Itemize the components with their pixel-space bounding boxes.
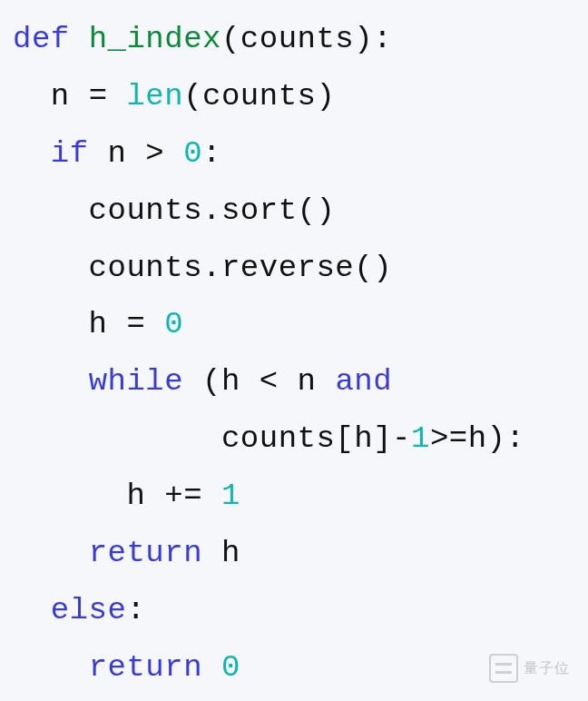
code-block: def h_index(counts): n = len(counts) if … <box>0 0 588 701</box>
code-token: (counts) <box>183 79 335 114</box>
code-token: >= <box>430 421 468 456</box>
code-token: n <box>89 136 146 171</box>
code-token: h_index <box>89 22 221 56</box>
code-token: return <box>89 536 202 570</box>
code-token: n <box>13 79 89 114</box>
code-token: else <box>51 593 127 627</box>
code-token: = <box>89 79 127 114</box>
code-token: h <box>13 479 164 513</box>
code-token: h <box>202 536 240 570</box>
code-token: 1 <box>411 421 430 456</box>
code-token: : <box>202 136 221 171</box>
code-token: < <box>260 364 298 399</box>
code-token: (h <box>183 364 260 399</box>
code-token: h) <box>468 421 506 456</box>
code-token: > <box>145 136 183 171</box>
code-token: n <box>298 364 336 399</box>
code-token: if <box>51 136 89 171</box>
code-token: : <box>506 421 525 456</box>
code-token: : <box>373 22 392 56</box>
code-token: += <box>164 479 221 513</box>
code-token: counts[h]- <box>13 421 411 456</box>
code-token: h <box>13 307 126 341</box>
code-token: while <box>89 364 184 399</box>
code-token: (counts) <box>221 22 373 56</box>
code-token: return <box>89 650 202 685</box>
code-token: counts.reverse() <box>13 251 392 285</box>
code-token: 0 <box>183 136 202 171</box>
code-token: and <box>335 364 392 399</box>
code-token: 0 <box>164 307 183 341</box>
code-token: : <box>126 593 145 627</box>
code-token: def <box>13 22 89 56</box>
code-token: counts.sort() <box>13 193 335 228</box>
code-token: 1 <box>221 479 240 513</box>
code-token: len <box>126 79 183 114</box>
code-token: = <box>126 307 164 341</box>
code-token: 0 <box>221 650 240 685</box>
